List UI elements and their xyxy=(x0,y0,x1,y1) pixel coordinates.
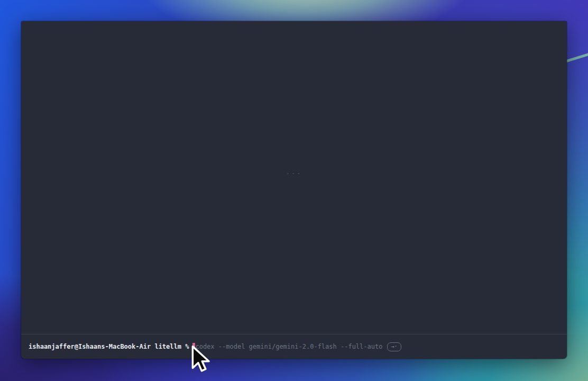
accept-suggestion-key-hint-badge: →· xyxy=(387,342,401,351)
shell-prompt-text: ishaanjaffer@Ishaans-MacBook-Air litellm… xyxy=(29,343,189,350)
terminal-prompt-bar[interactable]: ishaanjaffer@Ishaans-MacBook-Air litellm… xyxy=(21,334,567,359)
autosuggestion-command-text: codex --model gemini/gemini-2.0-flash --… xyxy=(195,343,382,350)
desktop-wallpaper: ··· ishaanjaffer@Ishaans-MacBook-Air lit… xyxy=(0,0,588,381)
terminal-output-area: ··· xyxy=(21,21,567,334)
loading-ellipsis: ··· xyxy=(21,170,567,177)
terminal-window[interactable]: ··· ishaanjaffer@Ishaans-MacBook-Air lit… xyxy=(21,21,567,359)
